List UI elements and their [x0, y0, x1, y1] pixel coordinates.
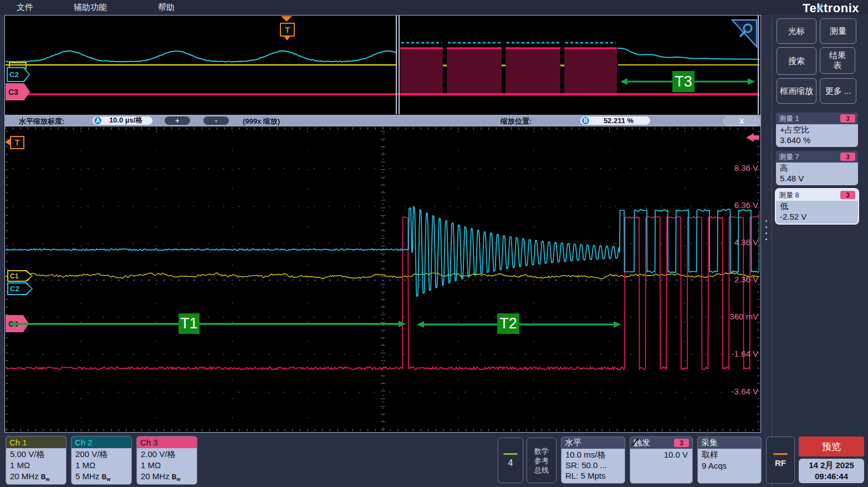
menu-help[interactable]: 帮助 [158, 2, 175, 13]
main-c3-tag[interactable]: C3 [6, 315, 29, 332]
main-traces [5, 126, 759, 431]
menu-utility[interactable]: 辅助功能 [74, 2, 107, 13]
zoom-position-arrow-icon[interactable] [746, 133, 754, 142]
vscale-label: 4.36 V [734, 237, 758, 247]
knob-a-icon: A [94, 117, 101, 124]
trigger-badge[interactable]: 触发 3 10.0 V [630, 437, 693, 484]
vscale-label: 2.36 V [734, 275, 758, 284]
datetime-display: 14 2月 2025 09:46:44 [799, 459, 864, 483]
annotation-t2-label: T2 [497, 313, 519, 334]
channel-color-bar [503, 453, 518, 455]
zoom-window-left-edge2[interactable] [399, 16, 400, 114]
rf-color-bar [773, 453, 788, 455]
trigger-flag-notch-icon [284, 36, 290, 40]
acquisition-badge[interactable]: 采集 取样 9 Acqs [697, 437, 762, 484]
zoom-position-value[interactable]: B 52.211 % [580, 116, 650, 125]
menu-bar: 文件 辅助功能 帮助 [0, 0, 868, 15]
measurement-badge-7[interactable]: 测量 7 3 高 5.48 V [776, 151, 858, 185]
cursors-button[interactable]: 光标 [777, 18, 816, 44]
measurement-badge-1[interactable]: 测量 1 3 +占空比 3.640 % [776, 113, 858, 147]
tektronix-logo: Tektronix [803, 1, 859, 16]
vscale-label: 360 mV [729, 312, 758, 321]
main-trigger-flag[interactable]: T [10, 136, 24, 149]
overview-traces [5, 16, 759, 114]
zoom-close-button[interactable]: X [723, 116, 760, 126]
knob-b-icon: B [582, 117, 589, 124]
zoom-overview-icon[interactable] [731, 18, 758, 48]
oscilloscope-app: 文件 辅助功能 帮助 Tektronix C2 C3 T T3 水平缩放标度: … [0, 0, 868, 487]
rf-badge[interactable]: RF [766, 437, 795, 484]
rising-edge-icon [630, 437, 642, 447]
menu-file[interactable]: 文件 [17, 2, 33, 13]
search-button[interactable]: 搜索 [777, 47, 816, 75]
zoom-scale-value[interactable]: A 10.0 µs/格 [93, 116, 152, 125]
zoom-position-arrow-tail [753, 135, 759, 140]
panel-drag-grip[interactable] [764, 220, 769, 243]
preview-status-button[interactable]: 预览 [799, 437, 864, 456]
zoom-scale-label: 水平缩放标度: [19, 116, 64, 126]
math-ref-bus-button[interactable]: 数学 参考 总线 [527, 438, 556, 483]
zoom-control-bar: 水平缩放标度: A 10.0 µs/格 + - (999x 缩放) 缩放位置: … [4, 115, 761, 126]
main-c1-tag[interactable]: C1 [7, 270, 33, 282]
channel-2-badge[interactable]: Ch 2 200 V/格 1 MΩ 5 MHz Bw [71, 436, 132, 485]
results-table-button[interactable]: 结果表 [820, 47, 855, 74]
source-badge: 3 [840, 191, 855, 199]
main-c2-tag[interactable]: C2 [7, 282, 33, 295]
trigger-source-badge: 3 [674, 439, 689, 447]
vscale-label: 8.36 V [734, 163, 758, 173]
sidebar: 光标 测量 搜索 结果表 框画缩放 更多 ... 测量 1 3 +占空比 3.6… [772, 15, 868, 487]
zoom-in-button[interactable]: + [165, 116, 190, 125]
measure-button[interactable]: 测量 [820, 18, 856, 44]
main-trigger-arrow-icon [5, 139, 10, 145]
annotation-t3-label: T3 [672, 71, 695, 92]
zoom-window-left-edge[interactable] [396, 16, 397, 114]
trigger-position-icon[interactable] [281, 16, 292, 22]
overview-trigger-flag[interactable]: T [280, 23, 295, 37]
zoom-out-button[interactable]: - [203, 116, 229, 125]
math-4-badge[interactable]: 4 [498, 438, 523, 483]
source-badge: 3 [840, 114, 855, 123]
more-button[interactable]: 更多 ... [820, 78, 856, 104]
overview-c3-tag[interactable]: C3 [6, 83, 30, 100]
zoom-position-label: 缩放位置: [501, 116, 532, 126]
draw-a-box-zoom-button[interactable]: 框画缩放 [777, 78, 816, 104]
main-waveform-area [4, 126, 761, 433]
measurement-badge-8[interactable]: 测量 8 3 低 -2.52 V [776, 189, 858, 224]
zoom-factor-label: (999x 缩放) [243, 116, 280, 126]
channel-3-badge[interactable]: Ch 3 2.00 V/格 1 MΩ 20 MHz Bw [136, 436, 197, 485]
horizontal-badge[interactable]: 水平 10.0 ms/格 SR: 50.0 ... RL: 5 Mpts [561, 437, 625, 484]
source-badge: 3 [840, 153, 855, 161]
vscale-label: -3.64 V [732, 387, 758, 396]
channel-1-badge[interactable]: Ch 1 5.00 V/格 1 MΩ 20 MHz Bw [6, 436, 67, 485]
vscale-label: 6.36 V [734, 200, 758, 210]
overview-waveform-area [4, 15, 761, 115]
vscale-label: -1.64 V [732, 349, 758, 358]
annotation-t1-label: T1 [178, 313, 200, 334]
overview-c2-tag[interactable]: C2 [7, 67, 30, 82]
